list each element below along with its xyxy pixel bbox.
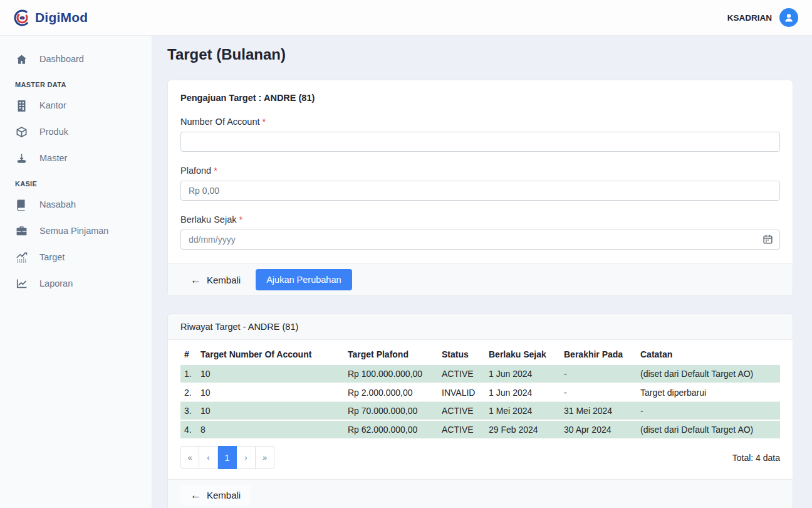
sidebar: Dashboard MASTER DATA Kantor Produk Ma <box>0 36 152 508</box>
table-row: 1. 10 Rp 100.000.000,00 ACTIVE 1 Jun 202… <box>180 365 780 383</box>
pagination-prev-button[interactable]: ‹ <box>199 446 218 469</box>
sidebar-item-laporan[interactable]: Laporan <box>0 270 152 297</box>
table-header-row: # Target Number Of Account Target Plafon… <box>180 344 780 365</box>
sidebar-item-label: Target <box>39 252 65 262</box>
sidebar-item-nasabah[interactable]: Nasabah <box>0 191 152 218</box>
briefcase-icon <box>15 225 28 237</box>
col-header-noa: Target Number Of Account <box>195 344 343 365</box>
table-row: 4. 8 Rp 62.000.000,00 ACTIVE 29 Feb 2024… <box>180 420 780 439</box>
pagination-page-1-button[interactable]: 1 <box>218 446 237 469</box>
required-asterisk: * <box>239 214 242 225</box>
col-header-status: Status <box>437 344 484 365</box>
digimod-logo-icon <box>14 9 31 26</box>
sidebar-item-semua-pinjaman[interactable]: Semua Pinjaman <box>0 218 152 244</box>
status-badge: ACTIVE <box>437 420 484 439</box>
riwayat-heading: Riwayat Target - ANDRE (81) <box>168 314 793 340</box>
ajukan-perubahan-button[interactable]: Ajukan Perubahan <box>256 269 351 290</box>
download-icon <box>15 152 28 164</box>
table-row: 3. 10 Rp 70.000.000,00 ACTIVE 1 Mei 2024… <box>180 402 780 421</box>
sidebar-item-label: Laporan <box>39 278 73 288</box>
pagination-next-button[interactable]: › <box>237 446 256 469</box>
status-badge: ACTIVE <box>437 365 484 383</box>
sidebar-item-target[interactable]: Target <box>0 244 152 270</box>
col-header-berlaku: Berlaku Sejak <box>484 344 559 365</box>
cube-icon <box>15 125 28 138</box>
riwayat-table: # Target Number Of Account Target Plafon… <box>180 344 780 440</box>
top-bar: DigiMod KSADRIAN <box>0 0 812 36</box>
pengajuan-target-card: Pengajuan Target : ANDRE (81) Number Of … <box>167 80 793 296</box>
field-label: Plafond* <box>180 166 780 176</box>
sidebar-item-label: Produk <box>39 127 68 137</box>
building-icon <box>15 99 28 112</box>
back-arrow-icon: ← <box>190 275 201 285</box>
user-avatar[interactable] <box>779 8 798 27</box>
sidebar-item-kantor[interactable]: Kantor <box>0 92 152 119</box>
field-label: Berlaku Sejak* <box>180 214 780 225</box>
user-icon <box>783 12 794 23</box>
sidebar-item-label: Nasabah <box>39 199 76 209</box>
pagination: « ‹ 1 › » <box>180 446 274 469</box>
status-badge: INVALID <box>437 383 484 402</box>
form-footer: ← Kembali Ajukan Perubahan <box>168 263 793 295</box>
col-header-plafond: Target Plafond <box>343 344 437 365</box>
number-of-account-input[interactable] <box>180 132 780 152</box>
sidebar-section-master-data: MASTER DATA <box>0 72 152 92</box>
main-content: Target (Bulanan) Pengajuan Target : ANDR… <box>153 36 812 508</box>
book-icon <box>15 198 28 211</box>
required-asterisk: * <box>263 117 266 127</box>
page-title: Target (Bulanan) <box>167 46 793 63</box>
field-berlaku-sejak: Berlaku Sejak* <box>180 214 780 250</box>
form-heading: Pengajuan Target : ANDRE (81) <box>180 93 780 103</box>
status-badge: ACTIVE <box>437 402 484 421</box>
riwayat-target-card: Riwayat Target - ANDRE (81) # Target Num… <box>167 314 793 508</box>
kembali-bottom-button[interactable]: ← Kembali <box>180 485 251 505</box>
chart-line-icon <box>15 277 28 290</box>
calendar-icon[interactable] <box>763 234 773 245</box>
trend-dots-icon <box>15 251 28 263</box>
berlaku-sejak-date-input[interactable] <box>180 230 780 250</box>
sidebar-item-dashboard[interactable]: Dashboard <box>0 46 152 72</box>
required-asterisk: * <box>214 166 217 176</box>
sidebar-item-label: Semua Pinjaman <box>39 226 108 236</box>
back-arrow-icon: ← <box>190 490 201 500</box>
col-header-berakhir: Berakhir Pada <box>559 344 635 365</box>
total-count-label: Total: 4 data <box>732 453 780 463</box>
col-header-num: # <box>180 344 195 365</box>
plafond-input[interactable] <box>180 181 780 201</box>
field-number-of-account: Number Of Account* <box>180 117 780 152</box>
home-icon <box>15 53 28 65</box>
table-row: 2. 10 Rp 2.000.000,00 INVALID 1 Jun 2024… <box>180 383 780 402</box>
riwayat-footer: ← Kembali <box>168 479 793 508</box>
pagination-first-button[interactable]: « <box>180 446 199 469</box>
field-label: Number Of Account* <box>180 117 780 127</box>
username-label: KSADRIAN <box>727 13 772 23</box>
pagination-last-button[interactable]: » <box>256 446 274 469</box>
sidebar-item-label: Master <box>39 153 67 163</box>
sidebar-item-label: Kantor <box>39 100 66 110</box>
field-plafond: Plafond* <box>180 166 780 201</box>
sidebar-section-kasie: KASIE <box>0 171 152 191</box>
sidebar-item-label: Dashboard <box>39 54 84 64</box>
col-header-catatan: Catatan <box>635 344 780 365</box>
brand-logo[interactable]: DigiMod <box>14 9 88 26</box>
kembali-button[interactable]: ← Kembali <box>180 270 251 290</box>
sidebar-item-master[interactable]: Master <box>0 145 152 171</box>
sidebar-item-produk[interactable]: Produk <box>0 119 152 145</box>
brand-name: DigiMod <box>35 10 88 25</box>
